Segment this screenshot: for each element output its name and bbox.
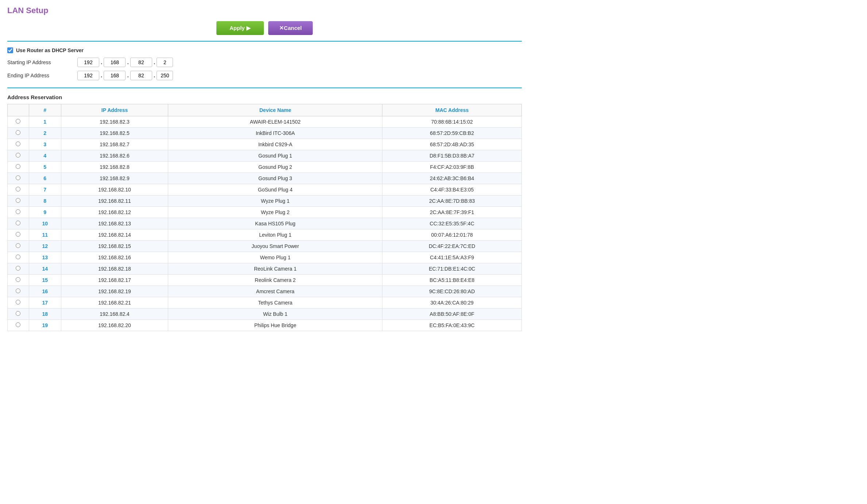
row-ip: 192.168.82.14 [98,232,131,238]
ending-ip-octet4[interactable] [157,71,173,80]
table-row: 18 192.168.82.4 Wiz Bulb 1 A8:BB:50:AF:8… [8,309,522,320]
dot4: . [101,72,102,79]
row-radio[interactable] [16,311,20,316]
row-num-cell: 13 [29,252,61,263]
row-mac-cell: 68:57:2D:4B:AD:35 [382,139,522,150]
row-device: Gosund Plug 3 [258,175,292,181]
top-divider [7,41,522,42]
row-mac: C4:4F:33:B4:E3:05 [430,187,474,193]
row-device: Amcrest Camera [256,288,294,294]
dhcp-section: Use Router as DHCP Server Starting IP Ad… [7,47,522,80]
row-radio[interactable] [16,243,20,248]
row-radio[interactable] [16,255,20,259]
row-radio[interactable] [16,266,20,271]
row-radio-cell [8,116,29,128]
row-ip-cell: 192.168.82.5 [61,128,168,139]
row-radio[interactable] [16,198,20,203]
row-radio[interactable] [16,153,20,158]
row-mac-cell: DC:4F:22:EA:7C:ED [382,241,522,252]
row-mac: 68:57:2D:59:CB:B2 [430,130,474,136]
row-ip: 192.168.82.8 [100,164,130,170]
ending-ip-octet2[interactable] [104,71,126,80]
row-mac: BC:A5:11:B8:E4:E8 [429,277,474,283]
row-num: 17 [42,300,48,306]
row-mac-cell: 2C:AA:8E:7D:BB:83 [382,195,522,207]
row-radio[interactable] [16,277,20,282]
row-radio[interactable] [16,322,20,327]
row-radio[interactable] [16,164,20,169]
row-device: Gosund Plug 1 [258,153,292,159]
row-radio[interactable] [16,221,20,225]
row-device: ReoLink Camera 1 [254,266,297,272]
row-device-cell: Tethys Camera [168,297,382,309]
dhcp-checkbox[interactable] [7,47,13,53]
apply-button[interactable]: Apply ▶ [216,21,264,35]
row-num-cell: 17 [29,297,61,309]
row-device-cell: Kasa HS105 Plug [168,218,382,229]
starting-ip-row: Starting IP Address . . . [7,58,522,67]
row-num: 12 [42,243,48,249]
row-mac-cell: C4:41:1E:5A:A3:F9 [382,252,522,263]
ending-ip-fields: . . . [77,71,173,80]
row-radio[interactable] [16,187,20,191]
starting-ip-octet1[interactable] [77,58,99,67]
row-ip: 192.168.82.7 [100,141,130,147]
table-row: 10 192.168.82.13 Kasa HS105 Plug CC:32:E… [8,218,522,229]
starting-ip-octet2[interactable] [104,58,126,67]
row-radio[interactable] [16,130,20,135]
row-ip-cell: 192.168.82.9 [61,173,168,184]
row-device: AWAIR-ELEM-141502 [250,119,301,125]
row-radio[interactable] [16,175,20,180]
row-device: Wyze Plug 1 [261,198,289,204]
row-radio[interactable] [16,119,20,124]
th-num: # [29,104,61,116]
row-ip: 192.168.82.21 [98,300,131,306]
starting-ip-octet3[interactable] [130,58,152,67]
row-num: 6 [43,175,46,181]
row-num-cell: 11 [29,229,61,241]
table-row: 14 192.168.82.18 ReoLink Camera 1 EC:71:… [8,263,522,275]
mid-divider [7,88,522,88]
row-radio[interactable] [16,209,20,214]
row-mac: EC:B5:FA:0E:43:9C [429,322,475,328]
row-mac: C4:41:1E:5A:A3:F9 [430,255,474,260]
row-device-cell: Amcrest Camera [168,286,382,297]
row-radio[interactable] [16,141,20,146]
row-device: Reolink Camera 2 [255,277,296,283]
table-row: 15 192.168.82.17 Reolink Camera 2 BC:A5:… [8,275,522,286]
row-mac-cell: D8:F1:5B:D3:8B:A7 [382,150,522,162]
ending-ip-octet3[interactable] [130,71,152,80]
row-num: 9 [43,209,46,215]
row-device-cell: AWAIR-ELEM-141502 [168,116,382,128]
row-num: 14 [42,266,48,272]
starting-ip-fields: . . . [77,58,173,67]
row-num-cell: 9 [29,207,61,218]
row-radio[interactable] [16,288,20,293]
row-radio[interactable] [16,232,20,237]
row-device-cell: Wyze Plug 2 [168,207,382,218]
section-title: Address Reservation [7,94,522,100]
page-title: LAN Setup [7,6,522,15]
row-radio[interactable] [16,300,20,305]
ending-ip-row: Ending IP Address . . . [7,71,522,80]
row-device: Philips Hue Bridge [254,322,296,328]
table-row: 3 192.168.82.7 Inkbird C929-A 68:57:2D:4… [8,139,522,150]
row-num-cell: 8 [29,195,61,207]
table-row: 1 192.168.82.3 AWAIR-ELEM-141502 70:88:6… [8,116,522,128]
row-ip: 192.168.82.9 [100,175,130,181]
row-mac-cell: 2C:AA:8E:7F:39:F1 [382,207,522,218]
row-radio-cell [8,173,29,184]
row-device-cell: Inkbird C929-A [168,139,382,150]
cancel-button[interactable]: ✕Cancel [268,21,313,35]
ending-ip-octet1[interactable] [77,71,99,80]
dot2: . [127,59,128,66]
row-ip: 192.168.82.12 [98,209,131,215]
table-row: 11 192.168.82.14 Leviton Plug 1 00:07:A6… [8,229,522,241]
row-ip: 192.168.82.20 [98,322,131,328]
row-ip: 192.168.82.18 [98,266,131,272]
starting-ip-octet4[interactable] [157,58,173,67]
row-mac: 00:07:A6:12:01:78 [431,232,473,238]
reservation-table: # IP Address Device Name MAC Address 1 1… [7,104,522,331]
dhcp-checkbox-row: Use Router as DHCP Server [7,47,522,53]
row-mac: F4:CF:A2:03:9F:8B [430,164,474,170]
